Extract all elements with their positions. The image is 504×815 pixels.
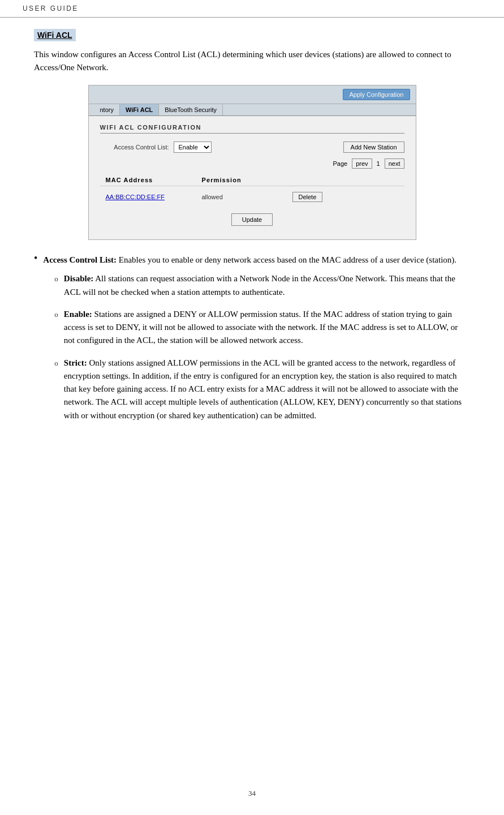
table-header: MAC Address Permission — [100, 174, 404, 186]
sub-item-strict: o Strict: Only stations assigned ALLOW p… — [54, 357, 470, 422]
add-new-station-button[interactable]: Add New Station — [343, 141, 404, 153]
sub-circle-enable: o — [54, 309, 58, 320]
sub-item-enable: o Enable: Stations are assigned a DENY o… — [54, 308, 470, 348]
wifi-acl-section-header: WIFI ACL CONFIGURATION — [100, 124, 404, 134]
enable-label: Enable: — [64, 310, 92, 319]
tab-inventory[interactable]: ntory — [94, 104, 120, 115]
sub-list: o Disable: All stations can request asso… — [54, 272, 470, 422]
col-mac-header: MAC Address — [100, 177, 202, 183]
strict-label: Strict: — [64, 358, 87, 367]
bullet-list: • Access Control List: Enables you to en… — [34, 254, 470, 431]
tab-wifi-acl[interactable]: WiFi ACL — [120, 104, 159, 115]
next-button[interactable]: next — [385, 158, 404, 169]
acl-select[interactable]: Enable Disable Strict — [174, 141, 212, 153]
delete-button[interactable]: Delete — [292, 192, 323, 202]
strict-text: Only stations assigned ALLOW permissions… — [64, 358, 462, 420]
page-header: USER GUIDE — [0, 0, 504, 18]
sub-circle-strict: o — [54, 358, 58, 369]
header-label: USER GUIDE — [23, 5, 79, 12]
mac-address-link[interactable]: AA:BB:CC:DD:EE:FF — [100, 194, 202, 200]
bullet-dot: • — [34, 252, 37, 264]
disable-label: Disable: — [64, 274, 94, 283]
footer-page-number: 34 — [248, 789, 256, 797]
tab-bluetooth-security[interactable]: BlueTooth Security — [159, 104, 223, 115]
col-permission-header: Permission — [202, 177, 292, 183]
page-label: Page — [333, 160, 347, 167]
sub-item-disable: o Disable: All stations can request asso… — [54, 272, 470, 299]
update-button[interactable]: Update — [231, 213, 273, 226]
disable-text: All stations can request association wit… — [64, 274, 455, 296]
bullet-item-acl: • Access Control List: Enables you to en… — [34, 254, 470, 431]
intro-text: This window configures an Access Control… — [34, 48, 470, 74]
sub-circle-disable: o — [54, 273, 58, 285]
enable-text: Stations are assigned a DENY or ALLOW pe… — [64, 310, 458, 345]
prev-button[interactable]: prev — [352, 158, 372, 169]
bullet-acl-label: Access Control List: — [43, 255, 117, 264]
permission-value: allowed — [202, 194, 292, 200]
acl-label: Access Control List: — [100, 144, 174, 151]
page-footer: 34 — [0, 783, 504, 804]
table-row: AA:BB:CC:DD:EE:FF allowed Delete — [100, 190, 404, 204]
ui-screenshot: Apply Configuration ntory WiFi ACL BlueT… — [88, 85, 416, 240]
section-title: WiFi ACL — [34, 29, 76, 41]
page-number: 1 — [374, 160, 382, 167]
apply-config-button[interactable]: Apply Configuration — [343, 89, 410, 100]
bullet-acl-text: Enables you to enable or deny network ac… — [117, 255, 456, 264]
